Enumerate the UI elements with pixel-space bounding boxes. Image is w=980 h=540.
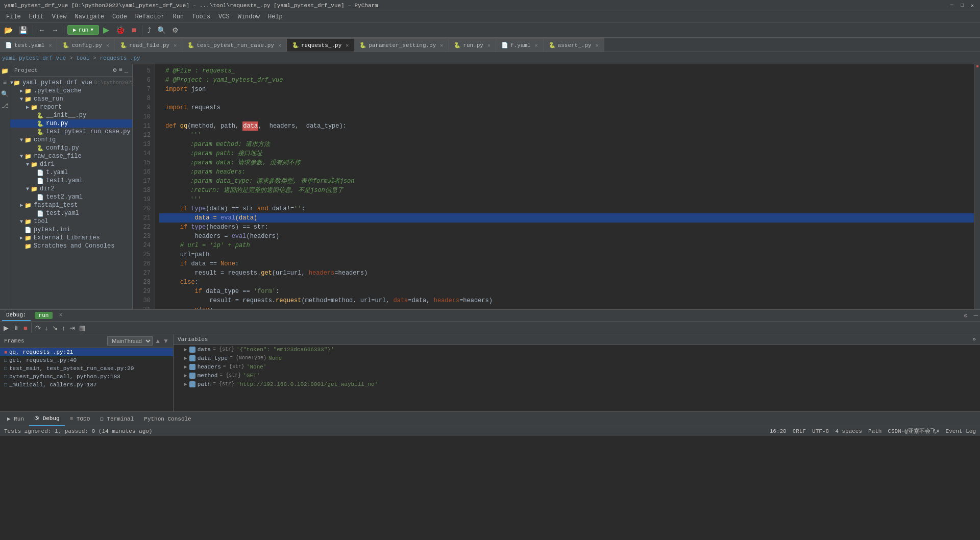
dbg-step-into-my-code-btn[interactable]: ↘ <box>51 323 59 333</box>
status-event-log[interactable]: Event Log <box>946 428 976 434</box>
file-tab-test-yaml-close[interactable]: ✕ <box>48 42 52 48</box>
file-tab-param-setting-py-close[interactable]: ✕ <box>440 42 443 48</box>
tree-item-case-run[interactable]: ▼ 📁 case_run <box>10 95 132 103</box>
frame-item-3[interactable]: □ pytest_pyfunc_call, python.py:183 <box>0 373 173 381</box>
toolbar-settings-btn[interactable]: ⚙ <box>170 25 181 35</box>
frames-nav-down[interactable]: ▼ <box>163 337 169 345</box>
toolbar-git-btn[interactable]: ⤴ <box>145 25 153 35</box>
tree-item-test-run-case-py[interactable]: 🐍 test_pytest_run_case.py <box>10 128 132 136</box>
status-charset[interactable]: UTF-8 <box>812 428 829 434</box>
tree-item-test-yaml-fastapi[interactable]: 📄 test.yaml <box>10 209 132 217</box>
side-icon-git[interactable]: ⎇ <box>1 101 10 111</box>
bottom-tab-debug[interactable]: ⑤ Debug <box>29 412 65 426</box>
file-tab-test-run-case-py[interactable]: 🐍 test_pytest_run_case.py ✕ <box>182 38 287 52</box>
tree-item-dir1[interactable]: ▼ 📁 dir1 <box>10 160 132 168</box>
var-expand-data[interactable]: ▶ <box>184 346 187 353</box>
var-expand-path[interactable]: ▶ <box>184 381 187 387</box>
debug-btn[interactable]: 🐞 <box>113 24 128 36</box>
menu-code[interactable]: Code <box>108 12 131 21</box>
toolbar-back-btn[interactable]: ← <box>36 25 47 35</box>
status-position[interactable]: 16:20 <box>770 428 787 434</box>
status-path[interactable]: Path <box>868 428 881 434</box>
dbg-step-out-btn[interactable]: ↑ <box>60 323 67 333</box>
frame-item-1[interactable]: □ get, requests_.py:40 <box>0 356 173 364</box>
dbg-run-to-cursor-btn[interactable]: ⇥ <box>68 323 77 333</box>
file-tab-f-yaml[interactable]: 📄 f.yaml ✕ <box>496 38 544 52</box>
code-content[interactable]: # @File : requests_ # @Project : yaml_py… <box>155 64 974 309</box>
file-tab-assert-py[interactable]: 🐍 assert_.py ✕ <box>544 38 604 52</box>
tree-item-pytest-ini[interactable]: 📄 pytest.ini <box>10 226 132 234</box>
menu-help[interactable]: Help <box>264 12 287 21</box>
sidebar-layout-icon[interactable]: ≡ <box>119 66 122 74</box>
menu-run[interactable]: Run <box>168 12 188 21</box>
bottom-tab-terminal[interactable]: ◻ Terminal <box>95 412 139 426</box>
toolbar-forward-btn[interactable]: → <box>50 25 61 35</box>
side-icon-structure[interactable]: ≡ <box>2 78 8 87</box>
tree-item-config-py[interactable]: 🐍 config.py <box>10 144 132 152</box>
dbg-stop-btn[interactable]: ■ <box>22 323 29 333</box>
menu-tools[interactable]: Tools <box>188 12 214 21</box>
file-tab-read-file-py-close[interactable]: ✕ <box>174 42 177 48</box>
dbg-evaluate-btn[interactable]: ▦ <box>78 323 87 333</box>
tree-item-t-yaml[interactable]: 📄 t.yaml <box>10 168 132 177</box>
run-btn[interactable]: ▶ <box>101 24 111 36</box>
file-tab-param-setting-py[interactable]: 🐍 parameter_setting.py ✕ <box>354 38 449 52</box>
tree-root[interactable]: ▼ 📁 yaml_pytest_drf_vue D:\python2022\y <box>10 79 132 87</box>
bottom-tab-run[interactable]: ▶ Run <box>2 412 29 426</box>
run-config-btn[interactable]: ▶ run ▼ <box>67 25 99 35</box>
debug-run-tag[interactable]: run <box>35 312 53 319</box>
frame-item-2[interactable]: □ test_main, test_pytest_run_case.py:20 <box>0 364 173 373</box>
tree-item-tool[interactable]: ▼ 📁 tool <box>10 217 132 226</box>
status-crlf[interactable]: CRLF <box>793 428 806 434</box>
file-tab-run-py-close[interactable]: ✕ <box>487 42 491 48</box>
debug-collapse-btn[interactable]: — <box>974 311 978 320</box>
menu-navigate[interactable]: Navigate <box>70 12 108 21</box>
side-icon-find[interactable]: 🔍 <box>0 89 10 99</box>
frames-nav-up[interactable]: ▲ <box>155 337 161 345</box>
sidebar-minimize-icon[interactable]: _ <box>125 66 128 74</box>
toolbar-search-btn[interactable]: 🔍 <box>155 25 168 35</box>
thread-select[interactable]: MainThread <box>107 336 153 346</box>
tree-item-test2-yaml[interactable]: 📄 test2.yaml <box>10 193 132 201</box>
menu-view[interactable]: View <box>48 12 71 21</box>
file-tab-config-py[interactable]: 🐍 config.py ✕ <box>57 38 114 52</box>
bottom-tab-todo[interactable]: ≡ TODO <box>65 412 95 426</box>
close-btn[interactable]: ✕ <box>969 2 976 9</box>
file-tab-f-yaml-close[interactable]: ✕ <box>535 42 538 48</box>
var-expand-data-type[interactable]: ▶ <box>184 355 187 361</box>
stop-btn[interactable]: ■ <box>130 24 139 36</box>
tree-item-pytest-cache[interactable]: ▶ 📁 .pytest_cache <box>10 87 132 95</box>
tree-item-scratches[interactable]: 📁 Scratches and Consoles <box>10 242 132 250</box>
var-expand-method[interactable]: ▶ <box>184 372 187 379</box>
dbg-resume-btn[interactable]: ▶ <box>2 323 10 333</box>
tree-item-raw-case[interactable]: ▼ 📁 raw_case_file <box>10 152 132 160</box>
status-spaces[interactable]: 4 spaces <box>835 428 862 434</box>
file-tab-test-run-case-py-close[interactable]: ✕ <box>278 42 281 48</box>
frame-item-4[interactable]: □ _multicall, callers.py:187 <box>0 381 173 389</box>
toolbar-save-btn[interactable]: 💾 <box>17 25 30 35</box>
file-tab-config-py-close[interactable]: ✕ <box>106 42 109 48</box>
menu-edit[interactable]: Edit <box>25 12 48 21</box>
tree-item-run-py[interactable]: 🐍 run.py <box>10 119 132 128</box>
file-tab-requests-py[interactable]: 🐍 requests_.py ✕ <box>287 38 354 52</box>
tree-item-report[interactable]: ▶ 📁 report <box>10 103 132 111</box>
debug-gear-btn[interactable]: ⚙ <box>964 312 967 320</box>
tree-item-init-py[interactable]: 🐍 __init__.py <box>10 111 132 119</box>
dbg-step-into-btn[interactable]: ↓ <box>43 323 50 333</box>
file-tab-read-file-py[interactable]: 🐍 read_file.py ✕ <box>115 38 182 52</box>
menu-file[interactable]: File <box>2 12 25 21</box>
file-tab-requests-py-close[interactable]: ✕ <box>346 42 349 48</box>
file-tab-assert-py-close[interactable]: ✕ <box>596 42 599 48</box>
menu-window[interactable]: Window <box>234 12 264 21</box>
variables-collapse-btn[interactable]: » <box>972 336 976 342</box>
bottom-tab-python-console[interactable]: Python Console <box>139 412 196 426</box>
side-icon-project[interactable]: 📁 <box>0 66 10 76</box>
menu-refactor[interactable]: Refactor <box>131 12 169 21</box>
menu-vcs[interactable]: VCS <box>214 12 234 21</box>
tree-item-ext-libs[interactable]: ▶ 📁 External Libraries <box>10 234 132 242</box>
sidebar-settings-icon[interactable]: ⚙ <box>113 66 116 74</box>
dbg-step-over-btn[interactable]: ↷ <box>34 323 42 333</box>
tree-item-dir2[interactable]: ▼ 📁 dir2 <box>10 185 132 193</box>
maximize-btn[interactable]: □ <box>959 2 966 9</box>
tree-item-config[interactable]: ▼ 📁 config <box>10 136 132 144</box>
